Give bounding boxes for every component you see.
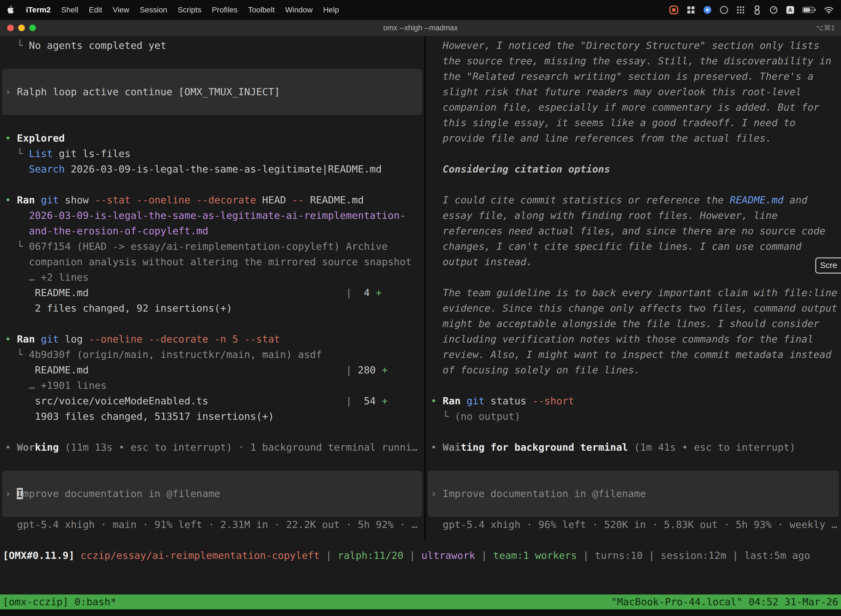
terminal-line: └ 4b9d30f (origin/main, instructkr/main,… <box>0 347 424 362</box>
terminal-line: changes, I can't cite specific file line… <box>426 239 841 254</box>
terminal-line <box>2 502 422 517</box>
terminal-line: evidence. Since this change only affects… <box>426 301 841 316</box>
menu-item-toolbelt[interactable]: Toolbelt <box>248 6 275 14</box>
prompt-input[interactable]: › Improve documentation in @filename <box>2 471 422 517</box>
waiting-status-line: • Waiting for background terminal (1m 41… <box>426 440 841 455</box>
terminal-line <box>2 471 422 486</box>
close-button[interactable] <box>7 25 14 31</box>
terminal-line: and-the-erosion-of-copyleft.md <box>0 223 424 239</box>
terminal-line: … +2 lines <box>0 270 424 285</box>
terminal-line: of focusing solely on file lines. <box>426 362 841 378</box>
terminal-line: └ List git ls-files <box>0 146 424 161</box>
window-title: omx --xhigh --madmax <box>383 24 458 32</box>
menu-item-view[interactable]: View <box>113 6 129 14</box>
gauge-icon[interactable] <box>769 6 778 14</box>
terminal-line: └ No agents completed yet <box>0 38 424 53</box>
terminal-line <box>0 316 424 331</box>
terminal-line: • Ran git show --stat --oneline --decora… <box>0 192 424 208</box>
terminal-line <box>426 146 841 161</box>
traffic-lights <box>0 25 36 31</box>
grid-icon[interactable] <box>687 6 695 14</box>
terminal-line: 1903 files changed, 513517 insertions(+) <box>0 409 424 424</box>
model-status-line: gpt-5.4 xhigh · main · 91% left · 2.31M … <box>0 517 424 532</box>
stack-icon[interactable] <box>753 5 762 15</box>
menu-bar-status-icons: A 61 <box>669 5 834 15</box>
terminal-line <box>2 69 422 84</box>
blue-app-icon[interactable] <box>703 6 712 14</box>
terminal-line <box>0 177 424 192</box>
screen-recording-indicator-icon[interactable] <box>669 5 679 15</box>
terminal-area: └ No agents completed yet› Ralph loop ac… <box>0 36 841 616</box>
terminal-line: README.md | 280 + <box>0 362 424 378</box>
terminal-line: └ 067f154 (HEAD -> essay/ai-reimplementa… <box>0 239 424 254</box>
screen-button[interactable]: Scre <box>815 258 841 273</box>
terminal-line: … +1901 lines <box>0 378 424 393</box>
prompt-input-line: › Improve documentation in @filename <box>2 486 422 502</box>
prompt-input-line: › Improve documentation in @filename <box>428 486 839 502</box>
menu-items: iTerm2ShellEditViewSessionScriptsProfile… <box>26 6 339 14</box>
omx-status-bar: [OMX#0.11.9] cczip/essay/ai-reimplementa… <box>0 548 841 563</box>
terminal-line: provide file and line references from th… <box>426 131 841 146</box>
terminal-pane-right[interactable]: However, I noticed the "Directory Struct… <box>426 38 841 532</box>
tmux-session-label: [omx-cczip] 0:bash* <box>3 594 116 609</box>
terminal-line: companion analysis without altering the … <box>0 254 424 270</box>
terminal-line: review. Also, I might want to inspect th… <box>426 347 841 362</box>
window-shortcut-label: ⌥⌘1 <box>816 24 841 32</box>
iterm2-window: iTerm2ShellEditViewSessionScriptsProfile… <box>0 0 841 616</box>
apple-menu[interactable] <box>7 6 14 14</box>
bottom-strip <box>0 609 841 616</box>
minimize-button[interactable] <box>18 25 25 31</box>
terminal-line: the source tree, missing the essay. Stil… <box>426 53 841 69</box>
terminal-line: output instead. <box>426 254 841 270</box>
launchpad-grid-icon[interactable] <box>736 6 745 14</box>
menu-item-iterm2[interactable]: iTerm2 <box>26 6 51 14</box>
tmux-status-bar: [omx-cczip] 0:bash* "MacBook-Pro-44.loca… <box>0 594 841 609</box>
menu-item-window[interactable]: Window <box>285 6 313 14</box>
menu-item-edit[interactable]: Edit <box>89 6 102 14</box>
terminal-line <box>0 115 424 131</box>
wifi-icon[interactable] <box>824 6 834 14</box>
svg-text:A: A <box>788 7 792 13</box>
working-status-line: • Working (11m 13s • esc to interrupt) ·… <box>0 440 424 455</box>
macos-menu-bar: iTerm2ShellEditViewSessionScriptsProfile… <box>0 0 841 20</box>
apple-icon <box>7 6 14 14</box>
terminal-line <box>426 455 841 471</box>
terminal-line: might be acceptable alongside the file l… <box>426 316 841 331</box>
terminal-line <box>0 53 424 69</box>
menu-item-profiles[interactable]: Profiles <box>212 6 237 14</box>
prompt-input[interactable]: › Improve documentation in @filename <box>428 471 839 517</box>
menu-item-scripts[interactable]: Scripts <box>178 6 201 14</box>
terminal-line <box>0 455 424 471</box>
terminal-line: • Ran git log --oneline --decorate -n 5 … <box>0 331 424 347</box>
terminal-line: 2026-03-09-is-legal-the-same-as-legitima… <box>0 208 424 223</box>
dark-app-icon[interactable] <box>719 6 728 14</box>
menu-item-session[interactable]: Session <box>140 6 167 14</box>
battery-percent-label: 61 <box>810 8 814 12</box>
terminal-line: the "Related research writing" section i… <box>426 69 841 84</box>
terminal-line <box>426 177 841 192</box>
terminal-line <box>428 502 839 517</box>
terminal-line: slight risk that future readers may over… <box>426 84 841 100</box>
window-title-bar: omx --xhigh --madmax ⌥⌘1 <box>0 20 841 37</box>
menu-item-help[interactable]: Help <box>323 6 339 14</box>
terminal-line: src/voice/voiceModeEnabled.ts | 54 + <box>0 393 424 409</box>
zoom-button[interactable] <box>29 25 36 31</box>
model-status-line: gpt-5.4 xhigh · 96% left · 520K in · 5.8… <box>426 517 841 532</box>
battery-icon[interactable]: 61 <box>802 6 816 13</box>
terminal-line <box>428 471 839 486</box>
terminal-line: essay file, along with finding root file… <box>426 208 841 223</box>
terminal-line: references need actual files, and since … <box>426 223 841 239</box>
terminal-line: • Ran git status --short <box>426 393 841 409</box>
terminal-line: companion file, especially if more comme… <box>426 100 841 115</box>
terminal-pane-left[interactable]: └ No agents completed yet› Ralph loop ac… <box>0 38 424 532</box>
injection-banner: › Ralph loop active continue [OMX_TMUX_I… <box>2 69 422 115</box>
thinking-heading: Considering citation options <box>426 161 841 177</box>
terminal-line: The team guideline is to back every impo… <box>426 285 841 301</box>
menu-item-shell[interactable]: Shell <box>61 6 78 14</box>
terminal-line <box>426 424 841 440</box>
terminal-line: including verification notes with those … <box>426 331 841 347</box>
terminal-line: README.md | 4 + <box>0 285 424 301</box>
terminal-line <box>0 424 424 440</box>
input-source-icon[interactable]: A <box>786 6 795 14</box>
terminal-line: this single essay, it seems like a good … <box>426 115 841 131</box>
